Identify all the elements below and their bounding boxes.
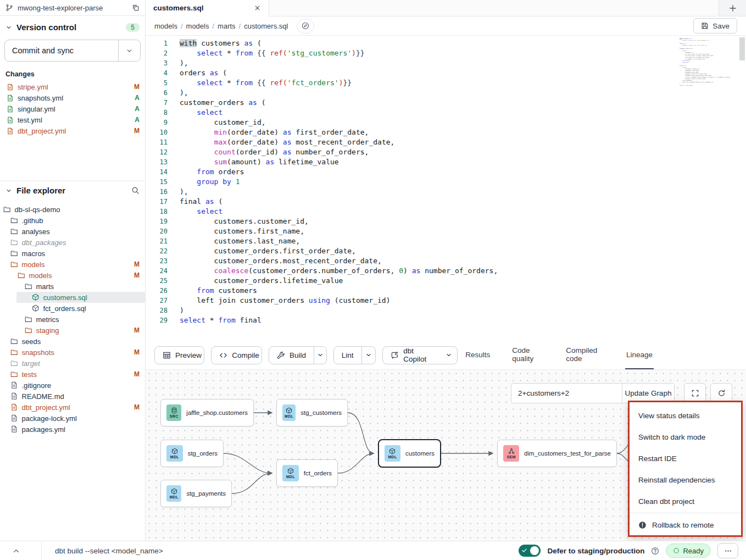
more-options-button[interactable] [717, 543, 738, 558]
file-explorer-section: File explorer db-sl-qs-demo .github anal… [0, 186, 145, 435]
file-explorer-header[interactable]: File explorer [5, 186, 140, 195]
lineage-node[interactable]: MDL fct_orders [276, 459, 338, 487]
tree-item[interactable]: package-lock.yml [0, 413, 145, 424]
tree-item[interactable]: staging M [0, 325, 145, 336]
compile-button[interactable]: Compile [211, 346, 262, 364]
lint-dropdown[interactable] [361, 347, 376, 364]
lineage-node[interactable]: MDL stg_payments [160, 480, 232, 507]
minimap[interactable]: with customers as ( select * from {{ ref… [680, 38, 737, 134]
version-control-header[interactable]: Version control 5 [5, 23, 140, 32]
change-list-item[interactable]: stripe.yml M [0, 81, 145, 92]
change-list-item[interactable]: singular.yml A [0, 103, 145, 114]
tree-item[interactable]: seeds [0, 336, 145, 347]
tree-item[interactable]: models M [0, 259, 145, 270]
context-menu-item[interactable]: Restart IDE [630, 448, 741, 469]
tree-item[interactable]: dbt_project.yml M [0, 402, 145, 413]
copilot-dropdown[interactable] [441, 347, 457, 364]
lineage-node[interactable]: MDL stg_customers [276, 399, 348, 426]
result-tab[interactable]: Compiled code [565, 341, 605, 369]
code-line: 5 select * from {{ ref('fct_orders')}} [146, 78, 746, 88]
line-number: 27 [146, 296, 168, 306]
open-in-explorer-button[interactable] [297, 19, 314, 34]
breadcrumb-item[interactable]: models [186, 22, 209, 30]
close-icon[interactable] [254, 4, 261, 12]
build-dropdown[interactable] [314, 347, 326, 364]
lineage-panel[interactable]: SRC jaffle_shop.customers MDL stg_custom… [146, 370, 746, 541]
tree-item[interactable]: snapshots M [0, 347, 145, 358]
context-menu-item-rollback[interactable]: Rollback to remote [630, 514, 741, 536]
build-split-button[interactable]: Build [269, 346, 327, 364]
tree-item[interactable]: .gitignore [0, 380, 145, 391]
node-label: dim_customers_test_for_parse [524, 450, 611, 457]
node-type-tile: MDL [166, 485, 181, 502]
change-list-item[interactable]: dbt_project.yml M [0, 125, 145, 136]
code-line: 20 customers.first_name, [146, 226, 746, 236]
editor-tab-customers[interactable]: customers.sql [146, 0, 269, 16]
tree-item[interactable]: .github [0, 215, 145, 226]
tree-item[interactable]: fct_orders.sql [0, 303, 145, 314]
tree-item[interactable]: tests M [0, 369, 145, 380]
context-menu-item[interactable]: View status details [630, 405, 741, 426]
code-line-text: count(order_id) as number_of_orders, [180, 147, 369, 157]
defer-toggle[interactable] [519, 545, 541, 557]
new-tab-button[interactable] [719, 0, 746, 16]
chevron-down-icon [5, 187, 12, 194]
help-icon[interactable] [651, 547, 659, 555]
result-tab[interactable]: Code quality [511, 341, 545, 369]
code-line: 26 from customers [146, 286, 746, 296]
lint-split-button[interactable]: Lint [333, 346, 376, 364]
version-control-section: Version control 5 Commit and sync Change… [0, 23, 145, 181]
context-menu-item[interactable]: Switch to dark mode [630, 426, 741, 448]
change-list-item[interactable]: test.yml A [0, 114, 145, 125]
tree-item[interactable]: models M [0, 270, 145, 281]
lineage-node[interactable]: SEM dim_customers_test_for_parse [497, 440, 617, 467]
tree-item[interactable]: dbt_packages [0, 237, 145, 248]
preview-button[interactable]: Preview [154, 346, 204, 364]
tree-item[interactable]: marts [0, 281, 145, 292]
line-number: 24 [146, 266, 168, 276]
copy-branch-icon[interactable] [132, 4, 140, 12]
dbt-copilot-button[interactable]: dbt Copilot [382, 346, 458, 364]
code-line-text: group by 1 [180, 177, 240, 187]
code-line-text: customer_id, [180, 118, 266, 127]
save-button[interactable]: Save [693, 18, 737, 34]
chevron-up-icon[interactable] [12, 547, 20, 555]
update-graph-button[interactable]: Update Graph [622, 384, 674, 403]
breadcrumb-item[interactable]: marts [218, 22, 236, 30]
code-editor[interactable]: 1with customers as (2 select * from {{ r… [146, 36, 746, 341]
tree-item[interactable]: target [0, 358, 145, 369]
breadcrumb-item[interactable]: customers.sql [244, 22, 288, 30]
tree-item[interactable]: customers.sql [16, 292, 145, 303]
line-number: 1 [146, 38, 168, 48]
tree-item[interactable]: analyses [0, 226, 145, 237]
status-badge[interactable]: Ready [666, 544, 711, 558]
tree-item[interactable]: README.md [0, 391, 145, 402]
context-menu-item[interactable]: Reinstall dependencies [630, 469, 741, 491]
commit-dropdown[interactable] [118, 40, 140, 61]
lineage-node[interactable]: MDL customers [378, 439, 441, 468]
node-label: stg_customers [300, 409, 342, 416]
node-type-badge: MDL [286, 475, 295, 479]
context-menu-item[interactable]: Clean dbt project [630, 491, 741, 512]
tree-item[interactable]: db-sl-qs-demo [0, 204, 145, 215]
tree-item[interactable]: metrics [0, 314, 145, 325]
save-icon [701, 22, 709, 30]
search-icon[interactable] [131, 186, 140, 195]
editor-scrollbar[interactable] [739, 37, 745, 60]
lineage-node[interactable]: SRC jaffle_shop.customers [160, 399, 254, 426]
change-list-item[interactable]: snapshots.yml A [0, 92, 145, 103]
code-line: 2 select * from {{ ref('stg_customers')}… [146, 48, 746, 58]
result-tab-label: Results [465, 351, 490, 359]
line-number: 5 [146, 78, 168, 88]
lineage-selector-input[interactable] [511, 384, 622, 403]
breadcrumb-item[interactable]: models [154, 22, 177, 30]
command-input[interactable] [55, 547, 286, 555]
tree-item-name: models [22, 260, 45, 269]
tree-item-icon [10, 403, 18, 411]
tree-item[interactable]: packages.yml [0, 424, 145, 435]
tree-item[interactable]: macros [0, 248, 145, 259]
result-tab[interactable]: Results [464, 341, 491, 369]
commit-and-sync-button[interactable]: Commit and sync [4, 40, 141, 62]
lineage-node[interactable]: MDL stg_orders [160, 440, 224, 467]
result-tab[interactable]: Lineage [625, 341, 654, 369]
